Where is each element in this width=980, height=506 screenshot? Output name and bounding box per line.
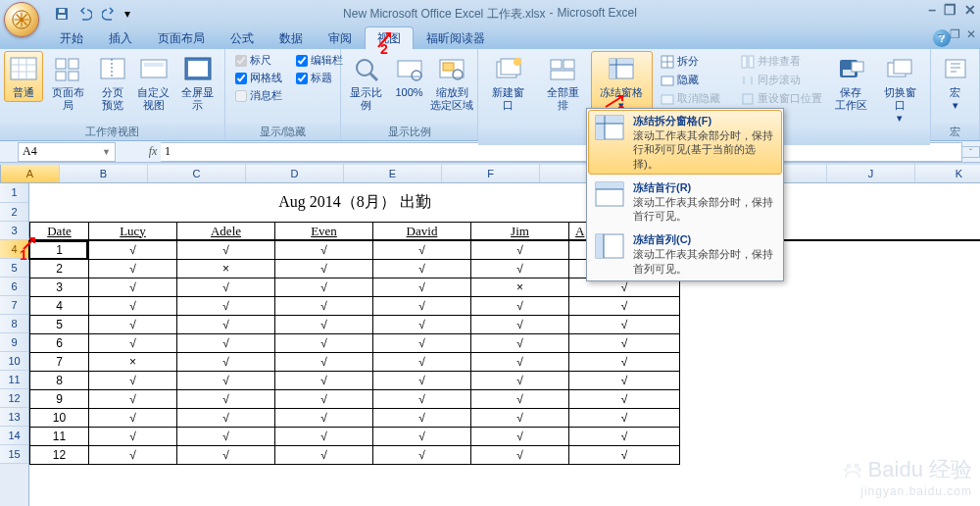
row-header-15[interactable]: 15	[0, 445, 28, 464]
worksheet: ABCDEFGHIJKL 123456789101112131415 Aug 2…	[0, 165, 980, 506]
group-label-macros: 宏	[931, 124, 979, 140]
freeze-separator	[29, 239, 980, 241]
tab-insert[interactable]: 插入	[96, 26, 145, 49]
undo-icon[interactable]	[74, 4, 96, 24]
tab-pagelayout[interactable]: 页面布局	[145, 26, 218, 49]
row-header-3[interactable]: 3	[0, 222, 28, 240]
col-header-K[interactable]: K	[915, 165, 980, 182]
gridlines-checkbox[interactable]: 网格线	[235, 71, 282, 85]
row-header-12[interactable]: 12	[0, 389, 28, 408]
fullscreen-view-button[interactable]: 全屏显示	[175, 51, 221, 115]
restore-button[interactable]: ❐	[944, 2, 956, 18]
custom-view-button[interactable]: 自定义 视图	[134, 51, 173, 115]
formulabar-checkbox[interactable]: 编辑栏	[296, 53, 343, 68]
freeze-panes-menu: 冻结拆分窗格(F)滚动工作表其余部分时，保持行和列可见(基于当前的选择)。 冻结…	[586, 108, 784, 281]
svg-rect-18	[188, 61, 208, 76]
col-header-E[interactable]: E	[344, 165, 442, 182]
row-header-2[interactable]: 2	[0, 203, 28, 222]
tab-foxit[interactable]: 福昕阅读器	[414, 26, 498, 49]
freeze-first-col-item[interactable]: 冻结首列(C)滚动工作表其余部分时，保持首列可见。	[587, 228, 783, 280]
row-header-6[interactable]: 6	[0, 278, 28, 296]
row-header-7[interactable]: 7	[0, 296, 28, 315]
tab-data[interactable]: 数据	[267, 26, 316, 49]
msgbar-checkbox[interactable]: 消息栏	[235, 88, 282, 103]
group-label-zoom: 显示比例	[341, 124, 477, 140]
tab-view[interactable]: 视图	[365, 26, 414, 49]
row-header-10[interactable]: 10	[0, 352, 28, 371]
svg-rect-15	[141, 60, 167, 77]
svg-rect-9	[56, 59, 66, 69]
svg-line-20	[370, 74, 377, 80]
redo-icon[interactable]	[98, 4, 120, 24]
new-window-button[interactable]: 新建窗口	[482, 51, 535, 115]
freeze-first-col-icon	[594, 232, 625, 260]
freeze-top-row-item[interactable]: 冻结首行(R)滚动工作表其余部分时，保持首行可见。	[587, 176, 783, 228]
save-icon[interactable]	[51, 4, 73, 24]
row-header-5[interactable]: 5	[0, 259, 28, 278]
column-headers: ABCDEFGHIJKL	[1, 165, 980, 183]
ribbon-tabs: 开始 插入 页面布局 公式 数据 审阅 视图 福昕阅读器 ? – ❐ ✕	[0, 27, 980, 49]
svg-rect-50	[946, 60, 965, 77]
fx-icon[interactable]: fx	[145, 144, 161, 159]
zoom-selection-button[interactable]: 缩放到 选定区域	[431, 51, 474, 115]
row-header-13[interactable]: 13	[0, 408, 28, 427]
svg-rect-49	[894, 60, 911, 74]
qat-dropdown-icon[interactable]: ▾	[122, 4, 133, 24]
workbook-close-button[interactable]: ✕	[966, 27, 976, 41]
arrange-all-button[interactable]: 全部重排	[537, 51, 590, 115]
office-button[interactable]	[4, 2, 39, 37]
minimize-button[interactable]: –	[928, 2, 936, 18]
row-header-14[interactable]: 14	[0, 427, 28, 445]
sync-scroll-button[interactable]: 同步滚动	[741, 73, 822, 87]
normal-view-button[interactable]: 普通	[4, 51, 43, 102]
col-header-A[interactable]: A	[1, 165, 60, 182]
row-header-1[interactable]: 1	[0, 183, 28, 203]
zoom-100-button[interactable]: 100%	[390, 51, 429, 102]
col-header-J[interactable]: J	[827, 165, 915, 182]
app-title: Microsoft Excel	[558, 6, 637, 23]
cell-grid[interactable]: Aug 2014（8月） 出勤DateLucyAdeleEvenDavidJim…	[29, 183, 680, 506]
ruler-checkbox[interactable]: 标尺	[235, 53, 282, 68]
row-header-11[interactable]: 11	[0, 371, 28, 389]
row-header-8[interactable]: 8	[0, 315, 28, 333]
svg-rect-57	[596, 182, 623, 189]
split-button[interactable]: 拆分	[661, 54, 720, 69]
macros-button[interactable]: 宏▾	[935, 51, 975, 115]
freeze-panes-item[interactable]: 冻结拆分窗格(F)滚动工作表其余部分时，保持行和列可见(基于当前的选择)。	[588, 110, 782, 175]
freeze-panes-button[interactable]: 冻结窗格 ▾	[591, 51, 653, 115]
namebox-dropdown-icon[interactable]: ▼	[102, 147, 111, 157]
workbook-minimize-button[interactable]: –	[937, 27, 944, 41]
pagebreak-view-button[interactable]: 分页 预览	[93, 51, 132, 115]
pagelayout-view-button[interactable]: 页面布局	[45, 51, 91, 115]
side-by-side-button[interactable]: 并排查看	[741, 54, 822, 69]
tab-start[interactable]: 开始	[47, 26, 96, 49]
doc-title: New Microsoft Office Excel 工作表.xlsx	[343, 6, 545, 23]
svg-rect-31	[551, 71, 574, 79]
row-headers: 123456789101112131415	[0, 183, 29, 506]
svg-rect-12	[69, 72, 78, 80]
row-header-4[interactable]: 4	[0, 240, 28, 259]
svg-rect-29	[551, 60, 562, 69]
name-box[interactable]: A4▼	[18, 142, 116, 162]
col-header-C[interactable]: C	[148, 165, 246, 182]
hide-button[interactable]: 隐藏	[661, 73, 720, 87]
unhide-button[interactable]: 取消隐藏	[661, 91, 720, 106]
reset-pos-button[interactable]: 重设窗口位置	[741, 91, 822, 106]
col-header-B[interactable]: B	[60, 165, 148, 182]
close-button[interactable]: ✕	[964, 2, 976, 18]
tab-review[interactable]: 审阅	[316, 26, 365, 49]
svg-rect-43	[749, 56, 754, 68]
formula-expand-icon[interactable]: ˇ	[962, 146, 980, 158]
workbook-restore-button[interactable]: ❐	[950, 27, 960, 41]
switch-window-button[interactable]: 切换窗口▾	[873, 51, 926, 128]
tab-formulas[interactable]: 公式	[218, 26, 267, 49]
col-header-D[interactable]: D	[246, 165, 344, 182]
save-workspace-button[interactable]: 保存 工作区	[830, 51, 872, 115]
row-header-9[interactable]: 9	[0, 333, 28, 352]
col-header-F[interactable]: F	[442, 165, 540, 182]
svg-rect-30	[564, 60, 574, 69]
zoom-button[interactable]: 显示比例	[345, 51, 388, 115]
svg-rect-60	[596, 234, 604, 258]
svg-rect-21	[398, 61, 421, 76]
headings-checkbox[interactable]: 标题	[296, 71, 343, 85]
